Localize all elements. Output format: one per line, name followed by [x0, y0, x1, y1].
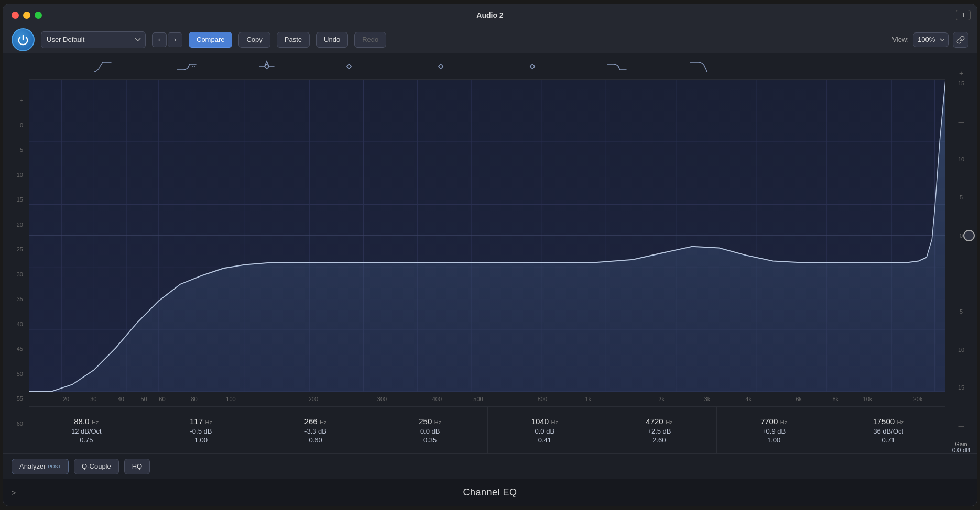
freq-3k: 3k	[704, 396, 711, 402]
analyzer-button[interactable]: Analyzer POST	[12, 459, 69, 474]
band4-freq: 250 Hz	[419, 417, 441, 426]
freq-800: 800	[538, 396, 547, 402]
preset-select[interactable]: User Default	[41, 31, 146, 48]
toolbar: User Default ‹ › Compare Copy Paste Undo…	[3, 26, 977, 53]
band-params-1: 88.0 Hz 12 dB/Oct 0.75	[29, 407, 144, 453]
svg-rect-1	[347, 64, 351, 68]
db-label-60: 60	[17, 421, 26, 427]
right-db-dash1: —	[959, 119, 964, 125]
band-handle-3[interactable]	[258, 59, 275, 74]
link-button[interactable]	[953, 32, 968, 48]
window-title: Audio 2	[476, 11, 503, 19]
band6-freq: 4720 Hz	[646, 417, 672, 426]
right-db-15-top: 15	[958, 81, 964, 86]
right-minus-button[interactable]: —	[957, 431, 965, 439]
freq-2k: 2k	[658, 396, 665, 402]
band-handle-2[interactable]	[176, 59, 197, 74]
freq-1k: 1k	[585, 396, 591, 402]
right-db-dash2: —	[959, 271, 964, 276]
power-button[interactable]	[12, 28, 35, 51]
fullscreen-button[interactable]	[35, 12, 42, 19]
nav-forward-button[interactable]: ›	[168, 32, 182, 47]
band1-freq: 88.0 Hz	[74, 417, 99, 426]
band3-gain: -3.3 dB	[304, 427, 326, 435]
window-expand-button[interactable]	[956, 10, 971, 20]
band-handle-5[interactable]	[432, 59, 449, 74]
band-handle-1[interactable]	[93, 59, 112, 74]
db-label-plus: +	[20, 97, 26, 103]
view-select[interactable]: 100% 150% 200%	[913, 32, 949, 47]
band2-freq: 117 Hz	[190, 417, 212, 426]
freq-400: 400	[432, 396, 442, 402]
right-plus-button[interactable]: +	[959, 69, 963, 77]
eq-params-bar: 88.0 Hz 12 dB/Oct 0.75 117 Hz -0.5 dB 1.…	[29, 406, 945, 453]
band-params-5: 1040 Hz 0.0 dB 0.41	[488, 407, 603, 453]
minimize-button[interactable]	[23, 12, 30, 19]
band-handle-8[interactable]	[689, 59, 708, 74]
view-label: View:	[892, 36, 909, 43]
copy-button[interactable]: Copy	[238, 32, 270, 48]
nav-back-button[interactable]: ‹	[152, 32, 167, 47]
band5-q: 0.41	[538, 436, 551, 444]
freq-10k: 10k	[863, 396, 873, 402]
band-params-6: 4720 Hz +2.5 dB 2.60	[602, 407, 717, 453]
freq-8k: 8k	[832, 396, 839, 402]
band3-freq: 266 Hz	[304, 417, 327, 426]
db-label-35: 35	[17, 296, 26, 302]
band-params-7: 7700 Hz +0.9 dB 1.00	[717, 407, 832, 453]
right-db-10: 10	[958, 157, 964, 162]
db-label-50: 50	[17, 371, 26, 377]
db-label-5: 5	[20, 147, 26, 153]
band-handle-7[interactable]	[606, 59, 627, 74]
undo-button[interactable]: Undo	[316, 32, 348, 48]
svg-rect-2	[439, 64, 443, 68]
eq-band-handles	[29, 53, 945, 80]
right-db-15b: 15	[958, 385, 964, 391]
freq-200: 200	[309, 396, 318, 402]
footer-arrow[interactable]: >	[12, 489, 16, 497]
freq-6k: 6k	[796, 396, 802, 402]
freq-4k: 4k	[745, 396, 752, 402]
band6-gain: +2.5 dB	[647, 427, 671, 435]
band4-gain: 0.0 dB	[420, 427, 440, 435]
band1-q: 0.75	[80, 436, 93, 444]
eq-freq-axis: 20 30 40 50 60 80 100 200 300 400 500 80…	[29, 392, 945, 406]
hq-button[interactable]: HQ	[124, 459, 150, 474]
band-handle-6[interactable]	[524, 59, 541, 74]
band2-gain: -0.5 dB	[190, 427, 212, 435]
eq-left-labels: + 0 5 10 15 20 25 30 35 40 45 50 55 60 —	[3, 53, 29, 453]
redo-button[interactable]: Redo	[354, 32, 386, 48]
qcouple-button[interactable]: Q-Couple	[74, 459, 119, 474]
band4-q: 0.35	[423, 436, 437, 444]
compare-button[interactable]: Compare	[189, 32, 232, 48]
band5-freq: 1040 Hz	[531, 417, 558, 426]
close-button[interactable]	[12, 12, 19, 19]
freq-20k: 20k	[913, 396, 923, 402]
eq-canvas[interactable]	[29, 80, 945, 392]
eq-right-panel: + 15 — 10 5 0 — 5 10 15 — — Gain	[945, 53, 977, 453]
band8-q: 0.71	[882, 436, 895, 444]
db-label-25: 25	[17, 247, 26, 252]
db-label-30: 30	[17, 272, 26, 278]
traffic-lights	[12, 12, 42, 19]
band7-q: 1.00	[767, 436, 780, 444]
right-db-5: 5	[960, 195, 963, 201]
gain-knob[interactable]	[963, 230, 975, 241]
db-label-0: 0	[20, 123, 26, 128]
paste-button[interactable]: Paste	[277, 32, 310, 48]
freq-500: 500	[473, 396, 483, 402]
gain-value: 0.0 dB	[952, 447, 971, 453]
freq-80: 80	[191, 396, 198, 402]
band-params-8: 17500 Hz 36 dB/Oct 0.71	[831, 407, 945, 453]
eq-container: + 0 5 10 15 20 25 30 35 40 45 50 55 60 —	[3, 53, 977, 453]
band7-freq: 7700 Hz	[760, 417, 787, 426]
eq-bottom-bar: Analyzer POST Q-Couple HQ	[3, 453, 977, 479]
right-db-dash3: —	[959, 423, 964, 429]
eq-main: 20 30 40 50 60 80 100 200 300 400 500 80…	[29, 53, 945, 453]
db-label-15: 15	[17, 197, 26, 203]
right-db-10b: 10	[958, 347, 964, 353]
right-db-0: 0	[960, 233, 963, 239]
band-params-2: 117 Hz -0.5 dB 1.00	[144, 407, 259, 453]
post-label: POST	[48, 464, 61, 469]
band-handle-4[interactable]	[341, 59, 357, 74]
